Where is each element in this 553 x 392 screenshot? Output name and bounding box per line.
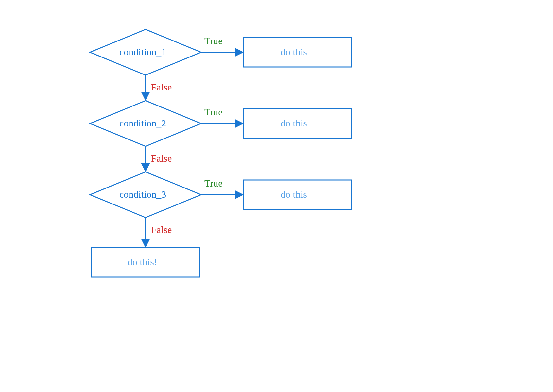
true-2-label: True	[204, 106, 223, 118]
condition-1-label: condition_1	[119, 46, 166, 57]
true-1-label: True	[204, 35, 223, 46]
false-1-label: False	[151, 82, 172, 93]
action-1-label: do this	[281, 46, 307, 57]
action-2-label: do this	[281, 118, 307, 129]
condition-3-label: condition_3	[119, 189, 166, 200]
false-2-label: False	[151, 153, 172, 164]
false-3-label: False	[151, 224, 172, 235]
else-action-label: do this!	[128, 256, 157, 268]
flowchart-svg	[0, 0, 553, 392]
true-3-label: True	[204, 178, 223, 189]
condition-2-label: condition_2	[119, 118, 166, 129]
action-3-label: do this	[281, 189, 307, 200]
